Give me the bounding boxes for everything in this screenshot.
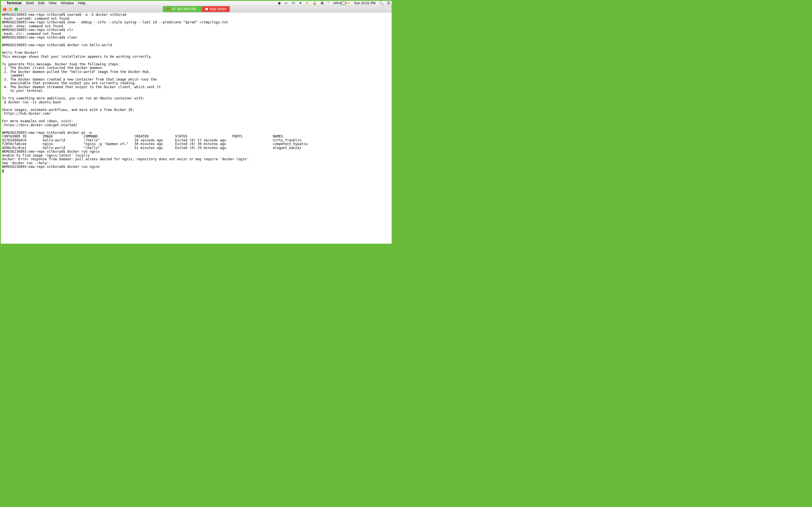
battery-status[interactable]: 14% ⚡ [333,1,351,5]
app-menu[interactable]: Terminal [6,1,21,5]
terminal-cursor [2,169,4,173]
shield-icon[interactable]: ⛨ [305,1,309,5]
share-id-panel[interactable]: 📌 ID: 862-494-565 [163,6,202,12]
clock[interactable]: Sun 10:01 PM [354,1,375,5]
terminal-output[interactable]: WKMUS6236893:new-repo nitkorad$ useradd … [1,12,392,244]
docker-icon[interactable]: 🐳 [291,1,296,5]
close-button[interactable] [3,8,6,11]
app-icon-1[interactable]: ✦ [299,1,302,5]
menu-edit[interactable]: Edit [38,1,44,5]
battery-icon [340,2,346,4]
menu-window[interactable]: Window [61,1,74,5]
pin-icon: 📌 [166,7,170,11]
share-id-label: ID: 862-494-565 [172,7,197,11]
screen-share-toolbar: 📌 ID: 862-494-565 Stop Share [163,6,230,12]
minimize-button[interactable] [9,8,12,11]
battery-percent-label: 14% [333,1,340,5]
spotlight-icon[interactable]: 🔍 [379,1,384,5]
display-icon[interactable]: ▭ [284,1,288,5]
zoom-button[interactable] [14,8,18,11]
lock-icon[interactable]: 🔒 [312,1,317,5]
stop-share-label: Stop Share [209,7,226,11]
menu-shell[interactable]: Shell [26,1,34,5]
terminal-window: x — 204×60 WKMUS6236893:new-repo nitkora… [1,6,392,244]
menu-view[interactable]: View [49,1,57,5]
stop-share-button[interactable]: Stop Share [202,6,230,12]
macos-menubar: Terminal Shell Edit View Window Help ◉ ▭… [0,0,393,6]
wifi-icon[interactable]: ⌔ [327,1,329,5]
menu-help[interactable]: Help [78,1,86,5]
stop-icon [205,8,207,10]
charging-icon: ⚡ [347,1,351,5]
record-icon[interactable]: ◉ [278,1,281,5]
menu-list-icon[interactable]: ☰ [387,1,390,5]
printer-icon[interactable]: 🖶 [320,1,324,5]
